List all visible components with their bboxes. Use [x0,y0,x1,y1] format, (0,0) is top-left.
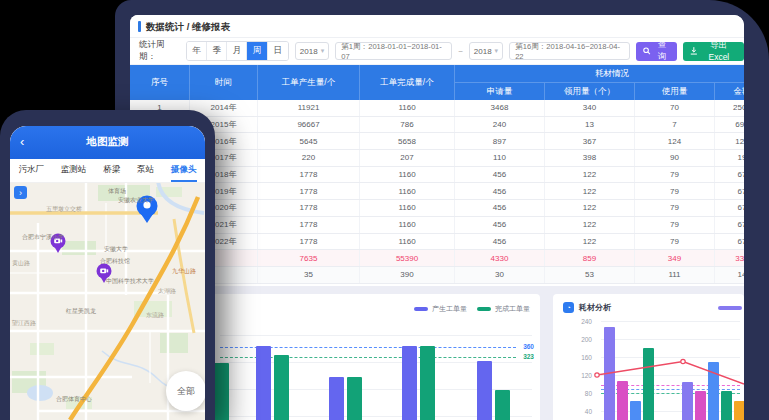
table-cell: 1160 [360,234,455,250]
y-axis-tick: 160 [572,354,592,361]
map-label: 黄山路 [12,259,30,268]
export-button-label: 导出Excel [701,40,737,62]
table-cell: 1778 [258,167,360,183]
col-header-created: 工单产生量/个 [258,65,360,100]
table-cell: 122 [545,234,635,250]
table-cell: 70 [635,100,715,116]
calendar-caret-icon: ▾ [321,47,325,55]
period-option-月[interactable]: 月 [227,42,247,60]
sub-header-1: 申请量 [455,83,545,100]
search-button[interactable]: 查询 [636,42,677,61]
start-week-value: 第1周：2018-01-01~2018-01-07 [341,42,446,61]
table-cell: 1778 [258,217,360,233]
table-row: 12014年1192111603468340702508 [130,100,744,117]
table-cell: 96667 [258,117,360,133]
table-cell: 786 [360,117,455,133]
consumable-chart-card: ◔ 耗材分析 2402001601208040 [553,294,744,420]
table-cell: 122 [545,200,635,216]
sub-header-3: 使用量 [635,83,715,100]
show-all-button[interactable]: 全部 [166,371,205,411]
bar [682,382,693,420]
start-year-select[interactable]: 2018 ▾ [295,42,329,60]
table-cell: 456 [455,200,545,216]
phone-header: ‹ 地图监测 [10,126,205,159]
table-cell: 5658 [360,133,455,149]
table-body: 12014年119211160346834070250822015年966677… [130,100,744,284]
bar [721,391,732,420]
bar [329,377,344,420]
table-cell: 1778 [258,200,360,216]
phone-tab-监测站[interactable]: 监测站 [61,159,87,182]
table-cell: 79 [635,200,715,216]
bar [477,361,492,420]
bar [420,346,435,420]
sub-header-4: 金额 [715,83,744,100]
phone-tab-泵站[interactable]: 泵站 [137,159,154,182]
table-row: 42017年2202071103989019 [130,150,744,167]
table-cell: 67 [715,183,744,199]
table-cell: 79 [635,167,715,183]
expand-panel-button[interactable]: › [14,186,27,199]
table-cell: 1160 [360,183,455,199]
table-cell: 13 [545,117,635,133]
table-cell: 1160 [360,167,455,183]
phone-tab-污水厂[interactable]: 污水厂 [18,159,44,182]
map-label: 五里墩立交桥 [46,205,82,214]
table-cell: 340 [545,100,635,116]
phone-tab-摄像头[interactable]: 摄像头 [171,159,197,182]
table-cell: 897 [455,133,545,149]
breadcrumb-bar: 数据统计 / 维修报表 [130,15,744,38]
period-option-年[interactable]: 年 [187,42,207,60]
table-cell: 332 [715,250,744,266]
y-axis-tick: 200 [572,336,592,343]
table-cell: 859 [545,250,635,266]
map-label: 红星美凯龙 [66,307,96,316]
avg-row: 平均值35390305311114 [130,267,744,284]
map-label: 合肥市宁溪小学 [22,233,64,242]
map-label: 安徽农业大学 [118,196,154,205]
table-cell: 349 [635,250,715,266]
table-row: 72020年177811604561227967 [130,200,744,217]
breadcrumb-accent [138,21,141,32]
start-week-input[interactable]: 第1周：2018-01-01~2018-01-07 [335,42,452,60]
table-cell: 53 [545,267,635,283]
table-cell: 220 [258,150,360,166]
end-week-input[interactable]: 第16周：2018-04-16~2018-04-22 [509,42,630,60]
period-option-周[interactable]: 周 [247,42,267,60]
bar [402,346,417,420]
table-cell: 129 [715,133,744,149]
map-label: 中国科学技术大学 [106,277,154,286]
table-cell: 5645 [258,133,360,149]
table-cell: 690 [715,117,744,133]
phone-page-title: 地图监测 [10,135,205,149]
map-view[interactable]: 体育场安徽农业大学五里墩立交桥合肥市宁溪小学安徽大学合肥科技馆中国科学技术大学黄… [10,183,205,420]
bar [495,390,510,420]
export-excel-button[interactable]: 导出Excel [683,42,744,61]
phone-tab-桥梁[interactable]: 桥梁 [103,159,120,182]
bar [630,401,641,420]
table-cell: 67 [715,234,744,250]
y-axis-tick: 80 [572,390,592,397]
download-icon [690,47,698,55]
period-option-季[interactable]: 季 [207,42,227,60]
reference-line-label: 323 [523,353,534,360]
y-axis-tick: 240 [572,318,592,325]
table-cell: 67 [715,167,744,183]
period-label: 统计周期： [139,39,180,63]
table-cell: 398 [545,150,635,166]
table-cell: 1778 [258,183,360,199]
gridline [601,339,740,340]
gridline [601,375,740,376]
chart-section: 产生工单量完成工单量 360323 ◔ 耗材分析 240200160120804… [130,286,744,420]
table-cell: 1160 [360,200,455,216]
end-year-value: 2018 [474,47,492,56]
gridline [220,335,532,336]
map-label: 合肥科技馆 [100,257,130,266]
phone-tab-bar: 污水厂监测站桥梁泵站摄像头 [10,159,205,183]
table-cell: 67 [715,217,744,233]
phone-screen: ‹ 地图监测 污水厂监测站桥梁泵站摄像头 [10,126,205,420]
table-cell: 79 [635,183,715,199]
period-option-日[interactable]: 日 [268,42,288,60]
workorder-plot: 360323 [190,294,540,420]
end-year-select[interactable]: 2018 ▾ [469,42,503,60]
